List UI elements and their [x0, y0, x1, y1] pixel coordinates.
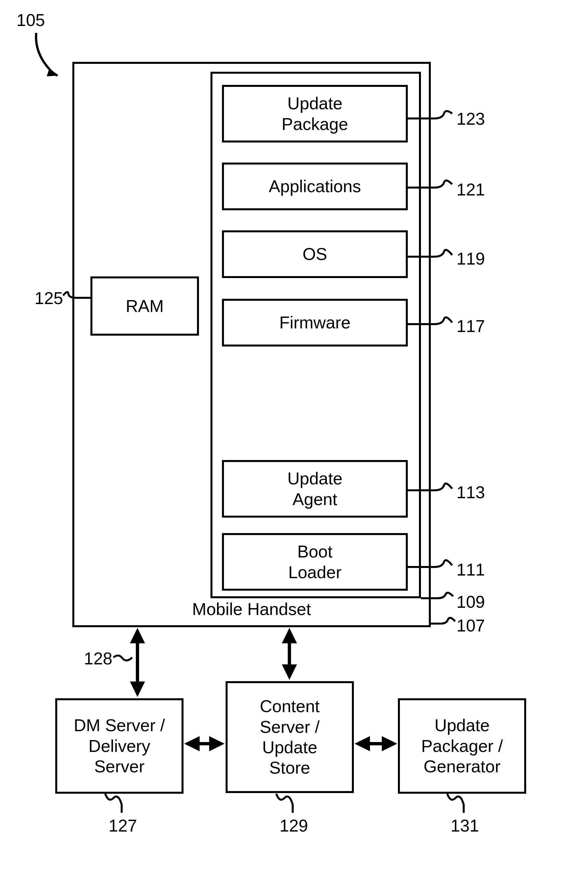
ram-label: RAM — [126, 296, 164, 316]
update-package-box: Update Package — [222, 85, 408, 143]
ram-box: RAM — [90, 277, 199, 335]
svg-marker-9 — [209, 736, 225, 751]
svg-marker-11 — [354, 736, 370, 751]
ref-131: 131 — [450, 815, 479, 836]
ref-117: 117 — [456, 316, 485, 336]
applications-label: Applications — [268, 176, 361, 196]
update-agent-text: Update Agent — [287, 468, 343, 509]
firmware-box: Firmware — [222, 299, 408, 346]
ref-123: 123 — [456, 108, 485, 129]
svg-marker-12 — [382, 736, 397, 751]
update-packager-text: Update Packager / Generator — [421, 715, 503, 776]
ref-121: 121 — [456, 179, 485, 200]
ref-125: 125 — [34, 288, 63, 308]
dm-server-box: DM Server / Delivery Server — [55, 698, 183, 794]
content-server-box: Content Server / Update Store — [226, 681, 354, 793]
os-label: OS — [303, 244, 327, 264]
ref-109: 109 — [456, 592, 485, 612]
ref-107: 107 — [456, 615, 485, 636]
firmware-label: Firmware — [279, 312, 351, 333]
os-box: OS — [222, 230, 408, 278]
svg-marker-8 — [184, 736, 200, 751]
mobile-handset-title: Mobile Handset — [192, 599, 311, 619]
update-packager-box: Update Packager / Generator — [398, 698, 526, 794]
content-server-text: Content Server / Update Store — [260, 696, 320, 778]
ref-129: 129 — [279, 815, 308, 836]
diagram-canvas: 105 Mobile Handset RAM Update Package Ap… — [0, 0, 588, 874]
boot-loader-box: Boot Loader — [222, 533, 408, 591]
svg-marker-2 — [130, 628, 145, 643]
ref-119: 119 — [456, 248, 485, 269]
boot-loader-text: Boot Loader — [288, 541, 342, 582]
applications-box: Applications — [222, 162, 408, 210]
ref-111: 111 — [456, 560, 485, 580]
ref-127: 127 — [108, 815, 137, 836]
svg-marker-6 — [282, 664, 297, 680]
svg-marker-5 — [282, 628, 297, 643]
diagram-id-label: 105 — [16, 10, 45, 30]
ref-128: 128 — [84, 648, 112, 669]
ref-113: 113 — [456, 482, 485, 502]
svg-marker-0 — [47, 68, 57, 76]
update-package-text: Update Package — [282, 93, 348, 134]
update-agent-box: Update Agent — [222, 460, 408, 517]
svg-marker-3 — [130, 681, 145, 697]
dm-server-text: DM Server / Delivery Server — [74, 715, 165, 776]
